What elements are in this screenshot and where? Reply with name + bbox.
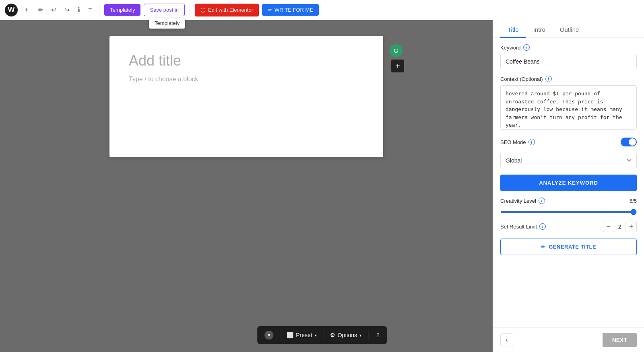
redo-button[interactable]: ↪ — [62, 4, 72, 15]
options-label: Options — [338, 332, 357, 338]
bottom-divider2 — [323, 330, 324, 340]
context-textarea[interactable]: hovered around $1 per pound of unroasted… — [500, 85, 637, 130]
options-gear-icon: ⚙ — [330, 332, 335, 338]
analyze-keyword-button[interactable]: ANALYZE KEYWORD — [500, 175, 637, 191]
editor-area: Add title Type / to choose a block G + — [0, 20, 493, 352]
tab-intro[interactable]: Intro — [526, 22, 553, 38]
creativity-slider-container — [500, 207, 637, 214]
templately-button[interactable]: Templately — [104, 4, 140, 16]
keyword-input[interactable] — [500, 54, 637, 69]
preset-button[interactable]: ⬜ Preset ▾ — [287, 332, 316, 338]
result-limit-controls: − 2 + — [603, 221, 637, 232]
preset-icon: ⬜ — [287, 332, 293, 338]
result-limit-increase-button[interactable]: + — [625, 221, 637, 232]
add-block-editor-button[interactable]: + — [391, 60, 404, 72]
genie-editor-icon[interactable]: G — [390, 44, 402, 57]
edit-mode-button[interactable]: ✏ — [35, 4, 45, 15]
context-info-icon[interactable]: i — [545, 76, 552, 82]
bottom-divider3 — [368, 330, 368, 340]
wp-icon: W — [5, 4, 18, 16]
undo-button[interactable]: ↩ — [49, 4, 59, 15]
seo-mode-label: SEO Mode i — [500, 139, 535, 145]
write-for-me-button[interactable]: ✏ WRITE FOR ME — [262, 4, 319, 16]
context-field-group: Context (Optional) i hovered around $1 p… — [500, 76, 637, 131]
seo-mode-field-group: SEO Mode i — [500, 138, 637, 146]
panel-footer: ‹ NEXT — [493, 327, 644, 352]
result-limit-decrease-button[interactable]: − — [603, 221, 614, 232]
tab-title[interactable]: Title — [500, 22, 526, 38]
keyword-label: Keyword i — [500, 44, 637, 51]
creativity-slider[interactable] — [500, 211, 637, 213]
result-limit-label: Set Result Limit i — [500, 223, 546, 230]
preset-chevron-icon: ▾ — [315, 333, 317, 338]
context-label: Context (Optional) i — [500, 76, 637, 82]
keyword-info-icon[interactable]: i — [523, 44, 530, 51]
divider — [99, 5, 99, 15]
list-view-button[interactable]: ≡ — [86, 5, 94, 15]
result-limit-row: Set Result Limit i − 2 + — [500, 221, 637, 232]
panel-tabs: Title Intro Outline — [493, 22, 644, 38]
options-chevron-icon: ▾ — [359, 333, 361, 338]
result-limit-field-group: Set Result Limit i − 2 + — [500, 221, 637, 232]
editor-title-placeholder[interactable]: Add title — [129, 52, 364, 69]
bottom-bar-close-button[interactable]: ✕ — [264, 331, 273, 340]
back-button[interactable]: ‹ — [500, 333, 513, 346]
creativity-field-group: Creativity Level i 5/5 — [500, 198, 637, 214]
seo-mode-info-icon[interactable]: i — [528, 139, 535, 145]
dropdown-field-group: Global Local None — [500, 153, 637, 168]
next-button[interactable]: NEXT — [603, 333, 637, 347]
generate-title-label: GENERATE TITLE — [549, 244, 596, 250]
keyword-field-group: Keyword i — [500, 44, 637, 69]
seo-mode-dropdown[interactable]: Global Local None — [500, 153, 637, 168]
editor-body-placeholder[interactable]: Type / to choose a block — [129, 76, 364, 83]
seo-mode-toggle[interactable] — [621, 138, 637, 146]
back-chevron-icon: ‹ — [506, 336, 508, 344]
elementor-button[interactable]: ⬡ Edit with Elementor — [195, 4, 259, 16]
result-limit-info-icon[interactable]: i — [539, 223, 546, 230]
add-block-toolbar-button[interactable]: ＋ — [21, 4, 32, 16]
bottom-bar-count: 2 — [376, 332, 380, 338]
generate-title-button[interactable]: ✏ GENERATE TITLE — [500, 239, 637, 255]
creativity-value: 5/5 — [630, 198, 637, 204]
save-templately-button[interactable]: Save post in — [144, 4, 185, 16]
toolbar: W ＋ ✏ ↩ ↪ ℹ ≡ Templately Save post in ⬡ … — [0, 0, 644, 20]
seo-mode-row: SEO Mode i — [500, 138, 637, 146]
creativity-row: Creativity Level i 5/5 — [500, 198, 637, 204]
panel-body: Keyword i Context (Optional) i hovered a… — [493, 38, 644, 327]
info-button[interactable]: ℹ — [75, 4, 83, 15]
result-limit-value: 2 — [618, 223, 621, 230]
save-post-dropdown: Templately — [149, 18, 185, 29]
preset-label: Preset — [296, 332, 312, 338]
divider2 — [190, 5, 190, 15]
generate-title-pencil-icon: ✏ — [541, 244, 546, 250]
bottom-divider1 — [280, 330, 280, 340]
options-button[interactable]: ⚙ Options ▾ — [330, 332, 361, 338]
editor-content: Add title Type / to choose a block G + — [109, 36, 383, 157]
right-panel: genie ✕ Title Intro Outline Keyword i Co… — [493, 0, 644, 352]
bottom-bar: ✕ ⬜ Preset ▾ ⚙ Options ▾ 2 — [257, 326, 387, 344]
creativity-label: Creativity Level i — [500, 198, 545, 204]
creativity-info-icon[interactable]: i — [539, 198, 545, 204]
tab-outline[interactable]: Outline — [553, 22, 586, 38]
